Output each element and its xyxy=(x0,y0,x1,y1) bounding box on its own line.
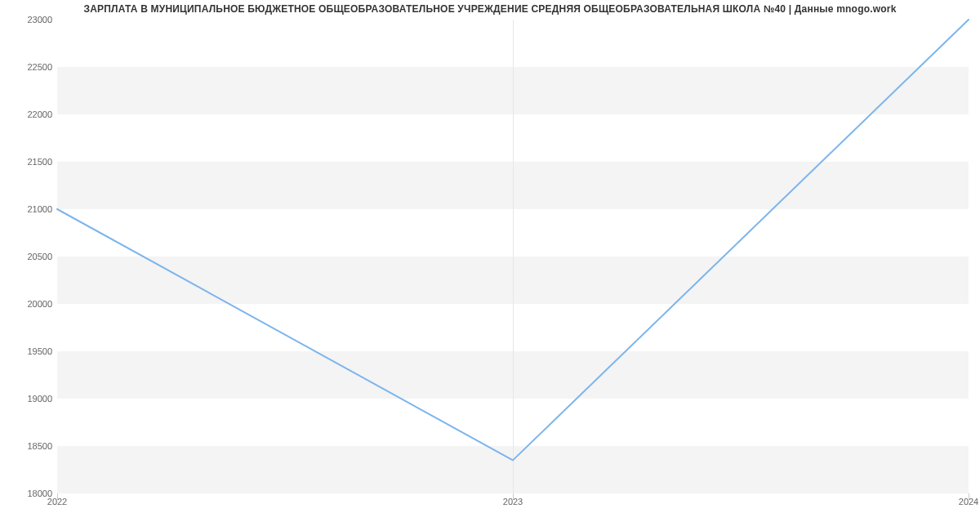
x-tick-mark xyxy=(513,493,514,500)
y-tick-label: 20000 xyxy=(3,299,52,309)
x-tick-mark xyxy=(969,493,969,500)
y-tick-label: 21000 xyxy=(3,204,52,214)
chart-title: ЗАРПЛАТА В МУНИЦИПАЛЬНОЕ БЮДЖЕТНОЕ ОБЩЕО… xyxy=(0,3,980,15)
y-tick-label: 18500 xyxy=(3,441,52,451)
y-tick-label: 23000 xyxy=(3,15,52,25)
chart-container: ЗАРПЛАТА В МУНИЦИПАЛЬНОЕ БЮДЖЕТНОЕ ОБЩЕО… xyxy=(0,0,980,531)
y-tick-label: 22500 xyxy=(3,62,52,72)
y-tick-label: 20500 xyxy=(3,252,52,261)
y-tick-label: 21500 xyxy=(3,157,52,167)
y-tick-label: 22000 xyxy=(3,109,52,119)
y-tick-label: 18000 xyxy=(3,489,52,498)
x-tick-mark xyxy=(57,493,58,500)
y-tick-label: 19500 xyxy=(3,346,52,356)
line-layer xyxy=(57,20,969,493)
series-line xyxy=(57,20,969,460)
y-tick-label: 19000 xyxy=(3,394,52,404)
